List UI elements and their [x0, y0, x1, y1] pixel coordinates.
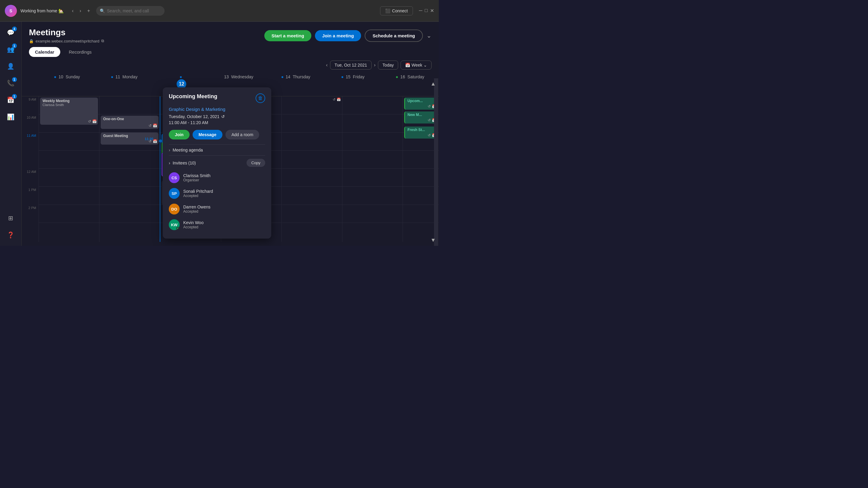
popup-meeting-name[interactable]: Graphic Design & Marketing: [169, 107, 265, 112]
expand-button[interactable]: ⌄: [427, 32, 432, 39]
popup-add-room-button[interactable]: Add a room: [225, 130, 259, 139]
user-avatar: S: [5, 5, 17, 17]
invitee-role: Organiser: [183, 178, 210, 182]
sidebar-item-teams[interactable]: 👥 1: [4, 42, 18, 57]
recurring-icon: ↺: [221, 114, 225, 119]
col-sunday: 10 Sunday: [38, 72, 96, 96]
popup-title: Upcoming Meeting: [169, 93, 217, 100]
sidebar-item-chat[interactable]: 💬 4: [4, 25, 18, 40]
connect-icon: ⬛: [385, 8, 390, 13]
tab-calendar[interactable]: Calendar: [29, 47, 60, 57]
popup-invitees-header[interactable]: › Invitees (10) Copy: [169, 156, 265, 170]
connect-button[interactable]: ⬛ Connect: [380, 6, 413, 15]
sidebar-item-contacts[interactable]: 👤: [4, 59, 18, 73]
popup-invitees-left: › Invitees (10): [169, 161, 196, 165]
sidebar-bottom: ⊞ ❓: [4, 211, 18, 242]
col-monday-body: One-on-One ↺ 📅 Guest Meeting ↺ 📅: [99, 96, 160, 242]
calendar-icon[interactable]: 📅: [92, 119, 97, 124]
friday-name: Friday: [353, 74, 365, 79]
popup-date-text: Tuesday, October 12, 2021: [169, 114, 219, 119]
browser-tab-title: Working from home 🏡: [21, 8, 64, 13]
invitee-info: Darren Owens Accepted: [183, 204, 210, 214]
meetings-url: 🔒 example.webex.com/meet/spritchard ⧉: [29, 38, 104, 43]
sidebar-item-analytics[interactable]: 📊: [4, 110, 18, 124]
col-friday: 15 Friday: [324, 72, 382, 96]
back-button[interactable]: ‹: [70, 7, 76, 15]
minimize-button[interactable]: ─: [419, 8, 422, 13]
cal-next-button[interactable]: ›: [374, 62, 375, 68]
tab-recordings[interactable]: Recordings: [63, 47, 98, 57]
maximize-button[interactable]: □: [425, 8, 428, 13]
contacts-icon: 👤: [7, 63, 14, 70]
event-fresh-st[interactable]: Fresh St... ↺ 📅: [404, 127, 438, 138]
event-title: One-on-One: [103, 117, 156, 121]
thursday-name: Thursday: [293, 74, 310, 79]
invitee-kevin: KW Kevin Woo Accepted: [169, 217, 265, 233]
browser-chrome: S Working from home 🏡 ‹ › + 🔍 ⬛ Connect …: [0, 0, 439, 22]
url-text: example.webex.com/meet/spritchard: [36, 39, 99, 43]
saturday-name: Saturday: [407, 74, 424, 79]
sidebar-item-add[interactable]: ⊞: [4, 211, 18, 225]
agenda-chevron-icon: ›: [169, 148, 170, 153]
popup-close-button[interactable]: 🗑: [255, 93, 265, 103]
monday-name: Monday: [122, 74, 137, 79]
scroll-up-button[interactable]: ▲: [430, 81, 436, 87]
event-one-on-one[interactable]: One-on-One ↺ 📅: [101, 116, 158, 129]
thursday-num: 14: [286, 74, 290, 79]
time-9am: 9 AM: [22, 96, 38, 115]
saturday-dot: [396, 76, 398, 78]
popup-agenda-section[interactable]: › Meeting agenda: [169, 144, 265, 156]
popup-actions: Join Message Add a room: [169, 130, 265, 139]
new-tab-button[interactable]: +: [85, 7, 92, 15]
time-1pm: 1 PM: [22, 187, 38, 205]
scrollbar: ▲ ▼: [434, 78, 438, 246]
add-icon: ⊞: [8, 215, 13, 222]
refresh-icon[interactable]: ↺: [428, 118, 431, 122]
copy-button[interactable]: Copy: [247, 159, 265, 167]
cal-prev-button[interactable]: ‹: [326, 62, 328, 68]
start-meeting-button[interactable]: Start a meeting: [264, 30, 311, 41]
calendar-icon[interactable]: 📅: [337, 98, 341, 101]
sidebar-item-help[interactable]: ❓: [4, 228, 18, 242]
wednesday-num: 13: [224, 74, 229, 79]
meeting-popup: Upcoming Meeting 🗑 Graphic Design & Mark…: [163, 87, 271, 238]
col-friday-body: [342, 96, 403, 242]
invitee-name: Darren Owens: [183, 204, 210, 209]
popup-message-button[interactable]: Message: [193, 130, 222, 139]
event-title: Upcom...: [407, 99, 435, 103]
event-actions: ↺ 📅: [88, 119, 97, 124]
event-new-m[interactable]: New M... ↺ 📅: [404, 111, 438, 124]
invitee-avatar-kevin: KW: [169, 219, 180, 230]
invitee-info: Kevin Woo Accepted: [183, 220, 204, 229]
forward-button[interactable]: ›: [77, 7, 84, 15]
refresh-icon[interactable]: ↺: [149, 124, 152, 128]
cal-week-button[interactable]: 📅 Week ⌄: [401, 61, 432, 70]
refresh-icon[interactable]: ↺: [88, 119, 91, 124]
event-title: Fresh St...: [407, 128, 435, 132]
cal-today-button[interactable]: Today: [378, 61, 398, 70]
calendar-icon[interactable]: 📅: [153, 124, 157, 128]
search-input[interactable]: [96, 6, 164, 16]
popup-header: Upcoming Meeting 🗑: [169, 93, 265, 103]
join-meeting-button[interactable]: Join a meeting: [315, 30, 361, 41]
page-title: Meetings: [29, 28, 104, 37]
friday-num: 15: [346, 74, 350, 79]
wednesday-name: Wednesday: [231, 74, 253, 79]
copy-url-icon[interactable]: ⧉: [101, 38, 104, 43]
event-upcom[interactable]: Upcom... ↺ 📅: [404, 98, 438, 110]
close-button[interactable]: ✕: [430, 8, 434, 13]
sunday-num: 10: [59, 74, 63, 79]
scroll-down-button[interactable]: ▼: [430, 237, 436, 243]
popup-join-button[interactable]: Join: [169, 130, 190, 139]
search-icon: 🔍: [100, 8, 105, 13]
chat-badge: 4: [12, 27, 17, 31]
sidebar-item-meetings[interactable]: 📅 1: [4, 93, 18, 107]
schedule-meeting-button[interactable]: Schedule a meeting: [365, 30, 423, 42]
sidebar-item-phone[interactable]: 📞 1: [4, 76, 18, 90]
refresh-icon[interactable]: ↺: [333, 98, 336, 101]
refresh-icon[interactable]: ↺: [428, 133, 431, 137]
invitee-role: Accepted: [183, 209, 210, 214]
event-weekly-meeting[interactable]: Weekly Meeting Clarissa Smith ↺ 📅: [40, 98, 98, 125]
refresh-icon[interactable]: ↺: [428, 104, 431, 108]
col-sunday-body: Weekly Meeting Clarissa Smith ↺ 📅: [38, 96, 99, 242]
